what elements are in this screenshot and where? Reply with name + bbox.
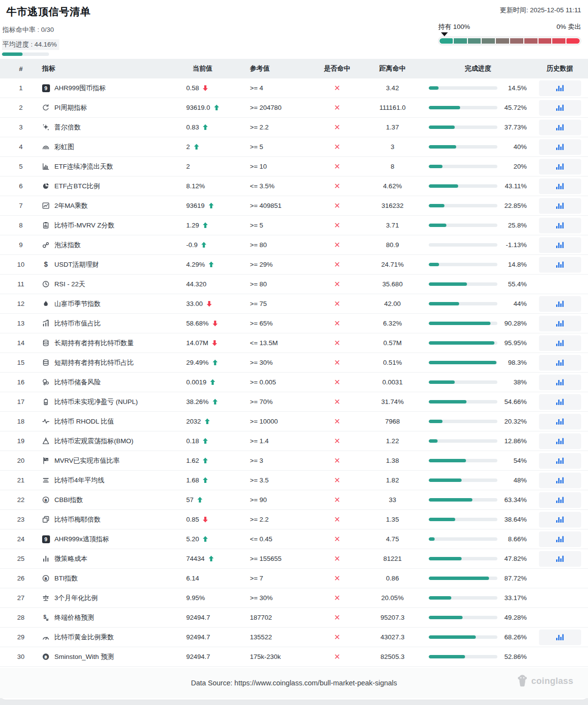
table-row: 15 短期持有者持有比特币占比 29.49% >= 30% × 0.51% 98… — [0, 353, 588, 373]
current-value-cell: 0.0019 — [186, 378, 250, 386]
gauge-segment — [468, 38, 481, 44]
row-index: 14 — [0, 339, 42, 347]
current-value: 29.49% — [186, 359, 209, 366]
miss-x-icon: × — [334, 161, 340, 172]
reference-value: >= 0.005 — [250, 378, 314, 386]
indicator-cell: MVRV已实现市值比率 — [42, 456, 186, 465]
indicator-cell: 比特币-MVRV Z分数 — [42, 221, 186, 230]
reference-value: <= 13.5M — [250, 339, 314, 347]
battery-icon — [42, 398, 50, 405]
progress-fill — [429, 165, 442, 168]
history-chart-button[interactable] — [539, 473, 581, 488]
progress-fill — [429, 420, 442, 423]
gauge-segment — [440, 38, 453, 44]
header-left: 牛市逃顶信号清单 指标命中率 : 0/30 平均进度 : 44.16% — [2, 5, 91, 59]
table-row: 27 3个月年化比例 9.95% >= 30% × 20.05% 33.17% — [0, 588, 588, 608]
table-row: 6 ETF占BTC比例 8.12% <= 3.5% × 4.62% 43.11% — [0, 176, 588, 196]
indicator-cell: 短期持有者持有比特币占比 — [42, 358, 186, 367]
progress-fill — [429, 204, 444, 207]
history-chart-button[interactable] — [539, 316, 581, 331]
hold-label: 持有 100% — [438, 23, 470, 31]
history-chart-button[interactable] — [539, 394, 581, 410]
current-value: 2 — [186, 163, 190, 170]
reference-value: <= 0.45 — [250, 535, 314, 543]
trend-up-arrow-icon — [210, 379, 216, 385]
progress-fill — [429, 224, 446, 227]
current-value-cell: 93619 — [186, 202, 250, 209]
history-chart-button[interactable] — [539, 551, 581, 567]
history-chart-button[interactable] — [539, 414, 581, 429]
fire-icon — [42, 300, 50, 307]
table-row: 11 RSI - 22天 44.320 >= 80 × 35.680 55.4% — [0, 275, 588, 294]
barchart-icon — [42, 163, 50, 170]
history-chart-button[interactable] — [539, 120, 581, 135]
hit-status-cell: × — [314, 123, 361, 132]
row-index: 24 — [0, 535, 42, 543]
history-chart-button[interactable] — [539, 178, 581, 194]
dollar-icon: $ — [42, 261, 50, 268]
history-cell — [532, 531, 588, 547]
reference-value: >= 155655 — [250, 555, 314, 562]
progress-percent: 63.34% — [497, 496, 532, 504]
current-value-cell: 8.12% — [186, 182, 250, 190]
distance-value: 1.82 — [361, 477, 424, 484]
table-row: 17 比特币未实现净盈亏 (NUPL) 38.26% >= 70% × 31.7… — [0, 392, 588, 412]
progress-bar — [429, 380, 497, 384]
progress-percent: 38% — [497, 378, 532, 386]
history-chart-button[interactable] — [539, 453, 581, 469]
history-chart-button[interactable] — [539, 159, 581, 175]
history-chart-button[interactable] — [539, 335, 581, 351]
current-value: 0.18 — [186, 437, 199, 445]
distance-value: 43027.3 — [361, 633, 424, 641]
hit-status-cell: × — [314, 515, 361, 524]
history-chart-button[interactable] — [539, 531, 581, 547]
table-row: 4 彩虹图 2 >= 5 × 3 40% — [0, 137, 588, 157]
history-chart-button[interactable] — [539, 139, 581, 155]
reference-value: <= 3.5% — [250, 182, 314, 190]
miss-x-icon: × — [334, 533, 340, 544]
history-chart-button[interactable] — [539, 198, 581, 214]
indicator-name: 泡沫指数 — [54, 241, 81, 250]
progress-percent: 49.28% — [497, 614, 532, 621]
progress-bar — [429, 302, 497, 305]
history-chart-button[interactable] — [539, 375, 581, 390]
indicator-cell: 比特币黄金比例乘数 — [42, 633, 186, 642]
miss-x-icon: × — [334, 475, 340, 485]
progress-cell: 25.8% — [424, 222, 532, 229]
history-chart-button[interactable] — [539, 355, 581, 371]
history-chart-button[interactable] — [539, 492, 581, 508]
minibars-icon — [42, 555, 50, 562]
current-value: 92494.7 — [186, 614, 210, 621]
history-cell — [532, 355, 588, 371]
progress-percent: 14.5% — [497, 84, 532, 92]
history-chart-button[interactable] — [539, 237, 581, 253]
trend-up-arrow-icon — [202, 124, 208, 130]
indicator-cell: 比特币 RHODL 比值 — [42, 417, 186, 426]
miss-x-icon: × — [334, 455, 340, 466]
btcfilled-icon: ฿ — [42, 653, 50, 660]
history-chart-button[interactable] — [539, 80, 581, 96]
reference-value: >= 80 — [250, 280, 314, 288]
history-chart-button[interactable] — [539, 629, 581, 645]
hit-status-cell: × — [314, 632, 361, 642]
progress-bar — [429, 145, 497, 149]
miss-x-icon: × — [334, 553, 340, 564]
hit-status-cell: × — [314, 279, 361, 289]
progress-cell: 54% — [424, 457, 532, 464]
progress-cell: 45.72% — [424, 104, 532, 111]
history-chart-button[interactable] — [539, 512, 581, 528]
distance-value: 4.62% — [361, 182, 424, 190]
indicator-cell: ETF占BTC比例 — [42, 182, 186, 191]
history-chart-button[interactable] — [539, 433, 581, 449]
indicator-name: 普尔倍数 — [54, 123, 81, 132]
progress-fill — [429, 126, 455, 129]
history-chart-button[interactable] — [539, 296, 581, 312]
trend-down-arrow-icon — [212, 320, 218, 327]
history-chart-button[interactable] — [539, 257, 581, 273]
reference-value: >= 1.4 — [250, 437, 314, 445]
indicator-cell: 比特币4年平均线 — [42, 476, 186, 485]
progress-cell: 48% — [424, 477, 532, 484]
history-chart-button[interactable] — [539, 218, 581, 233]
table-row: 25 微策略成本 74434 >= 155655 × 81221 47.82% — [0, 549, 588, 569]
history-chart-button[interactable] — [539, 100, 581, 116]
